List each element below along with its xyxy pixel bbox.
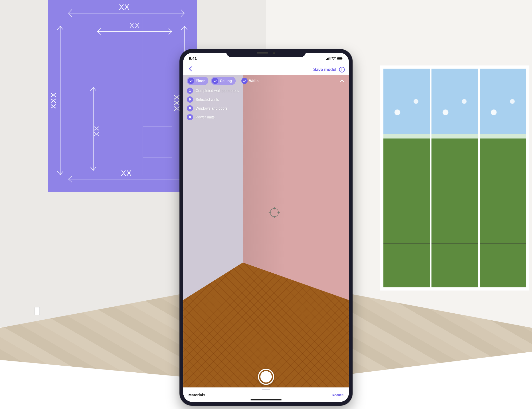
stat-row: 0 Power units [187, 114, 345, 120]
stats-list: 1 Completed wall perimeters 0 Selected w… [187, 88, 345, 120]
chip-label: Floor [196, 79, 205, 83]
back-button[interactable] [187, 65, 194, 74]
blueprint-label-left-inner: XX [92, 126, 101, 137]
stat-label: Selected walls [196, 97, 219, 102]
stat-label: Power units [196, 115, 215, 119]
rotate-button[interactable]: Rotate [331, 393, 344, 397]
check-icon [188, 78, 194, 84]
nav-row: Save model i [183, 64, 349, 75]
window-pane [383, 69, 430, 287]
battery-icon [337, 57, 343, 60]
chevron-up-icon [340, 80, 344, 82]
drag-handle[interactable] [262, 389, 270, 390]
blueprint-label-left: XXX [49, 92, 58, 109]
materials-button[interactable]: Materials [188, 393, 205, 397]
svg-rect-15 [342, 58, 343, 59]
save-model-button[interactable]: Save model [313, 67, 336, 72]
svg-point-16 [270, 208, 278, 217]
crosshair-reticle [268, 206, 281, 219]
ar-viewport[interactable]: Floor Ceiling Walls [183, 75, 349, 387]
chip-floor[interactable]: Floor [187, 77, 208, 85]
check-icon [212, 78, 218, 84]
crosshair-icon [268, 206, 281, 219]
surface-chips-row: Floor Ceiling Walls [183, 77, 349, 85]
svg-rect-9 [326, 59, 327, 60]
svg-rect-11 [328, 58, 329, 60]
info-button[interactable]: i [339, 67, 345, 72]
window-pane [480, 69, 526, 287]
room-window [380, 65, 529, 291]
chip-walls[interactable]: Walls [238, 77, 262, 85]
stat-count: 1 [187, 88, 193, 94]
stat-count: 0 [187, 96, 193, 103]
stat-count: 0 [187, 105, 193, 111]
stat-row: 0 Windows and doors [187, 105, 345, 111]
chip-label: Ceiling [220, 79, 232, 83]
stat-row: 1 Completed wall perimeters [187, 88, 345, 94]
cellular-icon [326, 57, 330, 60]
status-time: 9:41 [189, 56, 197, 61]
blueprint-overlay: XX XX XXX XX XXX XX [48, 0, 197, 192]
stat-count: 0 [187, 114, 193, 120]
wifi-icon [331, 57, 336, 60]
capture-button[interactable] [258, 369, 274, 385]
phone-frame: 9:41 Save mode [179, 49, 353, 406]
svg-rect-2 [143, 127, 172, 157]
stat-label: Completed wall perimeters [196, 89, 239, 93]
status-right [326, 57, 343, 60]
chip-ceiling[interactable]: Ceiling [211, 77, 236, 85]
scene-root: XX XX XXX XX XXX XX [0, 0, 532, 409]
stat-row: 0 Selected walls [187, 96, 345, 103]
power-outlet [35, 307, 40, 315]
svg-rect-10 [327, 58, 328, 60]
check-icon [241, 78, 248, 84]
stat-label: Windows and doors [196, 106, 228, 110]
chip-label: Walls [249, 79, 258, 83]
chevron-left-icon [189, 66, 192, 71]
info-icon: i [341, 68, 342, 71]
svg-rect-14 [337, 57, 342, 60]
capture-button-inner [260, 371, 272, 382]
blueprint-label-bottom: XX [121, 168, 132, 177]
collapse-toggle[interactable] [338, 77, 345, 84]
ar-scene [183, 75, 349, 387]
blueprint-label-top-inner: XX [129, 21, 140, 30]
window-pane [431, 69, 478, 287]
home-indicator[interactable] [250, 399, 282, 400]
phone-screen: 9:41 Save mode [183, 53, 349, 402]
blueprint-label-top: XX [119, 2, 130, 11]
svg-rect-12 [329, 57, 330, 60]
phone-notch [226, 49, 306, 57]
